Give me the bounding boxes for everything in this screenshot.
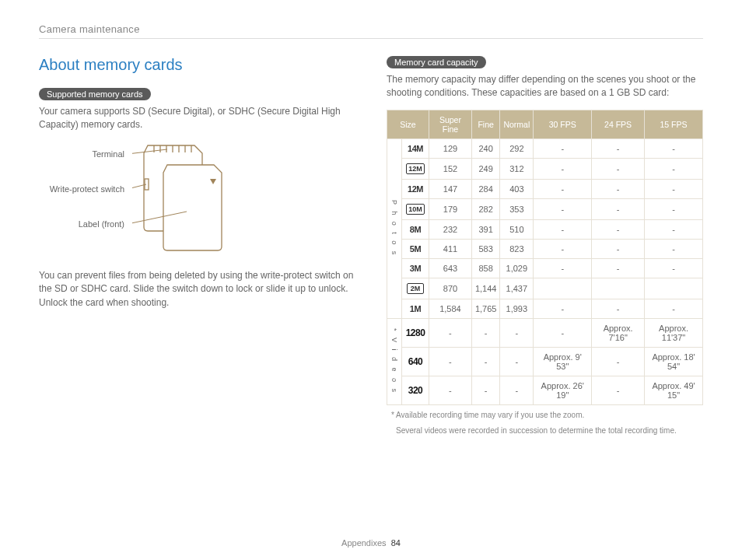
th-normal: Normal [500, 110, 534, 138]
cell-value: 870 [429, 278, 472, 299]
page-number: 84 [391, 538, 401, 548]
cell-value: - [471, 318, 500, 347]
cell-value: 147 [429, 179, 472, 198]
th-15fps: 15 FPS [645, 110, 703, 138]
cell-value: - [534, 239, 592, 258]
page-title: About memory cards [39, 56, 355, 74]
cell-value: 643 [429, 258, 472, 278]
photo-size-icon: 1M [405, 304, 425, 313]
cell-value: Approx. 9' 53" [534, 347, 592, 376]
cell-size: 1280 [402, 318, 429, 347]
cell-value: - [534, 318, 592, 347]
cell-value: Approx. 18' 54" [645, 347, 703, 376]
supported-text: Your camera supports SD (Secure Digital)… [39, 105, 355, 132]
table-row: 1M1,5841,7651,993--- [387, 299, 703, 318]
pill-supported-cards: Supported memory cards [39, 88, 151, 100]
footnote-1: * Available recording time may vary if y… [387, 410, 703, 421]
cell-value: - [534, 258, 592, 278]
left-column: About memory cards Supported memory card… [39, 56, 355, 436]
cell-value: - [645, 198, 703, 219]
cell-size: 3M [402, 258, 429, 278]
cell-value: - [471, 347, 500, 376]
page-footer: Appendixes 84 [0, 538, 742, 548]
cell-value: 240 [471, 138, 500, 158]
cell-value: - [471, 376, 500, 404]
cell-value: 282 [471, 198, 500, 219]
th-size: Size [387, 110, 429, 138]
cell-value: 292 [500, 138, 534, 158]
video-size-icon: 640 [408, 356, 423, 367]
cell-value: 1,765 [471, 299, 500, 318]
th-24fps: 24 FPS [592, 110, 645, 138]
photo-size-icon: 12M [406, 163, 425, 174]
cell-value: - [645, 138, 703, 158]
photo-size-icon: 3M [405, 264, 425, 273]
cell-value: Approx. 11'37" [645, 318, 703, 347]
cell-value: 1,144 [471, 278, 500, 299]
photo-size-icon: 8M [405, 225, 425, 234]
sd-card-diagram: Terminal Write-protect switch Label (fro… [39, 142, 355, 258]
table-header-row: Size Super Fine Fine Normal 30 FPS 24 FP… [387, 110, 703, 138]
cell-value: - [592, 376, 645, 404]
photo-size-icon: 5M [405, 244, 425, 254]
cell-value: - [500, 376, 534, 404]
cell-value: 583 [471, 239, 500, 258]
cell-value: 284 [471, 179, 500, 198]
cell-size: 2M [402, 278, 429, 299]
cell-value: 858 [471, 258, 500, 278]
cell-value: - [534, 299, 592, 318]
cell-value: - [592, 258, 645, 278]
cell-value: Approx. 7'16" [592, 318, 645, 347]
cell-value: - [534, 138, 592, 158]
cell-value: 1,993 [500, 299, 534, 318]
cell-size: 1M [402, 299, 429, 318]
cell-value: - [429, 318, 472, 347]
cell-value: Approx. 26' 19" [534, 376, 592, 404]
wp-text: You can prevent files from being deleted… [39, 269, 355, 310]
photo-size-icon: 10M [406, 204, 425, 215]
cell-value: - [534, 198, 592, 219]
table-row: P h o t o s14M129240292--- [387, 138, 703, 158]
cell-value: - [592, 299, 645, 318]
cell-value: - [592, 347, 645, 376]
table-row: 2M8701,1441,437 [387, 278, 703, 299]
th-fine: Fine [471, 110, 500, 138]
cell-value: - [645, 258, 703, 278]
svg-line-8 [132, 149, 167, 154]
photo-size-icon: 14M [405, 144, 425, 153]
table-row: 3M6438581,029--- [387, 258, 703, 278]
cell-value: - [500, 318, 534, 347]
cell-value: - [645, 219, 703, 239]
cell-value [534, 278, 592, 299]
cell-value: - [592, 138, 645, 158]
diagram-label-wp: Write-protect switch [39, 184, 124, 194]
cell-value: 510 [500, 219, 534, 239]
cell-value: 1,029 [500, 258, 534, 278]
cell-value: 353 [500, 198, 534, 219]
cell-value: - [645, 299, 703, 318]
th-30fps: 30 FPS [534, 110, 592, 138]
cell-value: 411 [429, 239, 472, 258]
cell-value: 1,584 [429, 299, 472, 318]
video-size-icon: 320 [408, 385, 423, 396]
cell-value: 391 [471, 219, 500, 239]
table-row: * V i d e o s1280----Approx. 7'16"Approx… [387, 318, 703, 347]
cell-value: 823 [500, 239, 534, 258]
cell-value: - [645, 179, 703, 198]
cell-value: - [429, 347, 472, 376]
cell-value: - [592, 239, 645, 258]
th-superfine: Super Fine [429, 110, 472, 138]
cell-value: 312 [500, 158, 534, 179]
photo-size-icon: 12M [405, 184, 425, 194]
video-size-icon: 1280 [406, 327, 425, 338]
cell-value: - [592, 158, 645, 179]
cell-value: - [592, 198, 645, 219]
cell-value: - [429, 376, 472, 404]
cell-value: 179 [429, 198, 472, 219]
pill-capacity: Memory card capacity [387, 56, 486, 68]
right-column: Memory card capacity The memory capacity… [387, 56, 703, 436]
diagram-label-terminal: Terminal [39, 149, 124, 159]
cell-value: 403 [500, 179, 534, 198]
table-row: 12M147284403--- [387, 179, 703, 198]
table-row: 10M179282353--- [387, 198, 703, 219]
